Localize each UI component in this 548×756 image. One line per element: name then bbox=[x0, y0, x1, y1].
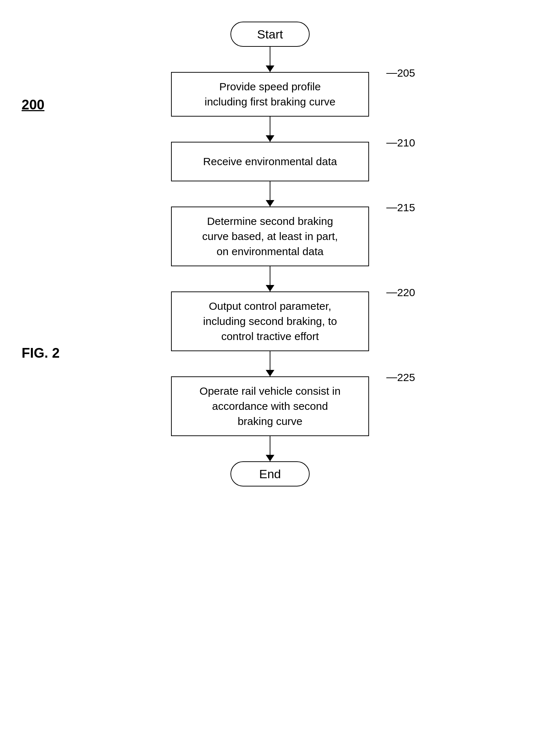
end-label: End bbox=[259, 467, 281, 481]
step-215-label: Determine second brakingcurve based, at … bbox=[202, 214, 338, 259]
step-220: Output control parameter,including secon… bbox=[171, 291, 369, 351]
arrow-3 bbox=[270, 266, 271, 291]
diagram-container: 200 FIG. 2 Start Provide speed profilein… bbox=[0, 0, 548, 756]
diagram-number: 200 bbox=[22, 97, 44, 113]
step-220-label: Output control parameter,including secon… bbox=[203, 299, 337, 344]
step-205: Provide speed profileincluding first bra… bbox=[171, 72, 369, 117]
arrow-1 bbox=[270, 117, 271, 142]
step-225-label: Operate rail vehicle consist inaccordanc… bbox=[199, 384, 341, 429]
step-225: Operate rail vehicle consist inaccordanc… bbox=[171, 376, 369, 436]
step-210: Receive environmental data 210 bbox=[171, 142, 369, 181]
flowchart: Start Provide speed profileincluding fir… bbox=[144, 22, 396, 486]
arrow-2 bbox=[270, 181, 271, 207]
step-215: Determine second brakingcurve based, at … bbox=[171, 207, 369, 266]
arrow-0 bbox=[270, 47, 271, 72]
start-label: Start bbox=[257, 27, 283, 41]
step-num-225: 225 bbox=[397, 370, 415, 385]
step-num-210: 210 bbox=[397, 135, 415, 150]
step-210-label: Receive environmental data bbox=[203, 154, 337, 169]
start-node: Start bbox=[230, 22, 310, 47]
end-node: End bbox=[230, 461, 310, 486]
step-num-220: 220 bbox=[397, 285, 415, 300]
step-205-label: Provide speed profileincluding first bra… bbox=[205, 79, 336, 109]
step-num-215: 215 bbox=[397, 200, 415, 215]
figure-label: FIG. 2 bbox=[22, 345, 60, 361]
arrow-4 bbox=[270, 351, 271, 376]
arrow-5 bbox=[270, 436, 271, 461]
step-num-205: 205 bbox=[397, 65, 415, 81]
